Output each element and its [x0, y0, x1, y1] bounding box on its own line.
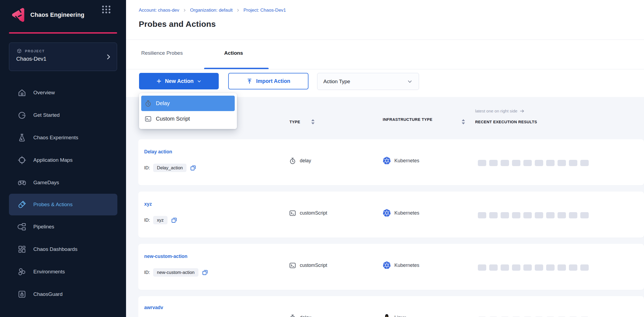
table-row: Delay action ID: Delay_action delay Kube…	[138, 139, 644, 185]
table-row: awrvadv delay Linux	[138, 296, 644, 317]
sidebar-item-gamedays[interactable]: GameDays	[9, 171, 117, 194]
action-type-select[interactable]: Action Type	[317, 73, 419, 90]
tab-resilience-probes[interactable]: Resilience Probes	[141, 50, 183, 56]
chevron-down-icon	[197, 79, 202, 84]
chevron-down-icon	[407, 79, 413, 85]
sidebar-item-get-started[interactable]: Get Started	[9, 104, 117, 126]
sidebar-item-chaosguard[interactable]: ChaosGuard	[9, 283, 117, 305]
terminal-icon	[144, 115, 152, 122]
infrastructure-value: Kubernetes	[394, 263, 419, 268]
project-name: Chaos-Dev1	[16, 56, 46, 62]
execution-result-placeholder	[558, 264, 566, 271]
sidebar-item-chaos-dashboards[interactable]: Chaos Dashboards	[9, 238, 117, 260]
getting-started-icon	[17, 111, 27, 120]
execution-result-placeholder	[501, 264, 509, 271]
execution-result-placeholder	[546, 264, 555, 271]
type-value: customScript	[300, 263, 327, 268]
execution-result-placeholder	[489, 212, 498, 218]
sidebar: Chaos Engineering PROJECT Chaos-Dev1 Ove…	[0, 0, 126, 317]
sort-type-icon[interactable]	[311, 119, 315, 125]
tab-actions[interactable]: Actions	[224, 50, 243, 56]
environments-icon	[17, 267, 27, 276]
execution-result-placeholder	[512, 160, 520, 166]
kubernetes-icon	[383, 261, 391, 269]
lock-icon	[17, 290, 27, 299]
execution-result-placeholder	[569, 264, 577, 271]
dashboards-icon	[17, 245, 27, 254]
sidebar-item-label: Get Started	[33, 112, 60, 118]
breadcrumb: Account: chaos-dev Organization: default…	[139, 8, 286, 13]
type-value: customScript	[300, 210, 327, 216]
execution-result-placeholder	[558, 160, 566, 166]
sidebar-item-overview[interactable]: Overview	[9, 81, 117, 104]
execution-result-placeholder	[580, 212, 589, 218]
infrastructure-cell: Kubernetes	[383, 209, 419, 217]
action-id-value: new-custom-action	[153, 268, 198, 277]
upload-icon	[246, 78, 253, 84]
breadcrumb-organization-link[interactable]: Organization: default	[190, 8, 233, 13]
header-divider	[126, 40, 644, 40]
action-name-link[interactable]: awrvadv	[144, 305, 163, 310]
execution-result-placeholder	[569, 212, 577, 218]
execution-result-placeholder	[478, 264, 486, 271]
plus-icon	[156, 78, 162, 84]
breadcrumb-project-link[interactable]: Project: Chaos-Dev1	[243, 8, 286, 13]
action-name-link[interactable]: xyz	[144, 201, 152, 207]
breadcrumb-account-link[interactable]: Account: chaos-dev	[139, 8, 179, 13]
menu-item-delay[interactable]: Delay	[141, 96, 235, 111]
new-action-menu: Delay Custom Script	[139, 93, 237, 129]
sidebar-item-application-maps[interactable]: Application Maps	[9, 149, 117, 171]
module-grid-icon[interactable]	[101, 4, 112, 15]
infrastructure-value: Kubernetes	[394, 210, 419, 216]
sidebar-item-pipelines[interactable]: Pipelines	[9, 215, 117, 238]
stopwatch-icon	[144, 100, 152, 107]
copy-icon[interactable]	[202, 269, 208, 276]
results-note: latest one on right side	[475, 109, 524, 114]
execution-result-placeholder	[580, 264, 589, 271]
sidebar-item-label: Overview	[33, 90, 55, 96]
project-label: PROJECT	[25, 49, 45, 53]
import-action-label: Import Action	[256, 78, 290, 84]
sidebar-item-label: Pipelines	[33, 224, 54, 230]
pipelines-icon	[17, 222, 27, 231]
terminal-icon	[289, 262, 296, 269]
gamepad-icon	[17, 178, 27, 187]
execution-result-placeholder	[546, 160, 555, 166]
sidebar-item-environments[interactable]: Environments	[9, 260, 117, 283]
action-name-link[interactable]: Delay action	[144, 149, 172, 155]
linux-icon	[383, 313, 391, 317]
project-selector[interactable]: PROJECT Chaos-Dev1	[9, 43, 117, 71]
execution-result-placeholder	[523, 264, 532, 271]
new-action-button[interactable]: New Action	[139, 73, 219, 89]
chevron-right-icon	[236, 8, 240, 12]
execution-result-placeholder	[512, 264, 520, 271]
kubernetes-icon	[383, 209, 391, 217]
id-label: ID:	[144, 270, 150, 275]
infrastructure-cell: Kubernetes	[383, 157, 419, 165]
action-name-link[interactable]: new-custom-action	[144, 254, 187, 259]
arrow-right-icon	[520, 109, 524, 113]
infrastructure-value: Linux	[394, 315, 406, 317]
sidebar-item-label: Chaos Dashboards	[33, 246, 78, 252]
type-cell: delay	[289, 314, 311, 317]
copy-icon[interactable]	[190, 164, 197, 171]
execution-result-placeholder	[523, 212, 532, 218]
infrastructure-value: Kubernetes	[394, 158, 419, 164]
action-id-line: ID: Delay_action	[144, 164, 197, 172]
menu-item-custom-script[interactable]: Custom Script	[141, 111, 235, 127]
new-action-label: New Action	[165, 78, 194, 84]
sidebar-item-label: ChaosGuard	[33, 291, 63, 297]
stopwatch-icon	[289, 157, 296, 164]
sidebar-item-probes-actions[interactable]: Probes & Actions	[9, 194, 117, 215]
execution-result-placeholder	[501, 160, 509, 166]
execution-result-placeholder	[489, 160, 498, 166]
results-note-text: latest one on right side	[475, 109, 517, 114]
type-cell: delay	[289, 157, 311, 164]
menu-item-label: Delay	[156, 100, 170, 106]
sidebar-item-label: Environments	[33, 269, 65, 275]
sidebar-item-chaos-experiments[interactable]: Chaos Experiments	[9, 126, 117, 149]
copy-icon[interactable]	[171, 217, 178, 224]
import-action-button[interactable]: Import Action	[228, 73, 308, 89]
sort-infrastructure-icon[interactable]	[461, 119, 465, 125]
column-header-type: TYPE	[289, 120, 300, 124]
